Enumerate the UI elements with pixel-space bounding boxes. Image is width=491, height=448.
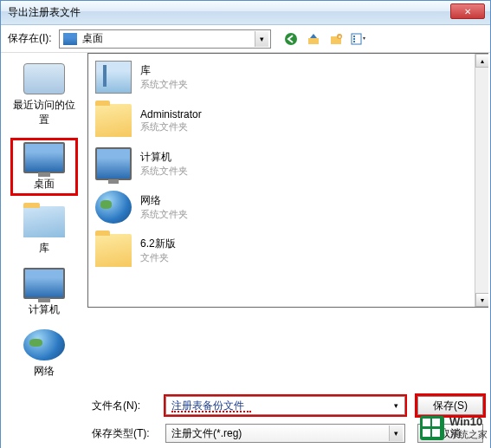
svg-rect-8 (353, 41, 355, 42)
network-icon (95, 191, 132, 224)
list-item[interactable]: 库系统文件夹 (88, 55, 488, 99)
watermark-line2: 系统之家 (449, 428, 488, 441)
titlebar: 导出注册表文件 ✕ (1, 1, 490, 25)
sidebar-item-network[interactable]: 网络 (10, 328, 78, 380)
save-in-combo[interactable]: 桌面 (59, 29, 271, 49)
views-icon[interactable] (351, 31, 366, 47)
list-item[interactable]: 计算机系统文件夹 (88, 142, 488, 185)
recent-places-icon (23, 63, 65, 94)
libraries-icon (23, 206, 65, 237)
sidebar-label-libraries: 库 (12, 241, 76, 256)
computer-icon (23, 268, 65, 299)
sidebar-label-computer: 计算机 (12, 302, 76, 317)
list-item[interactable]: Administrator系统文件夹 (88, 99, 488, 142)
up-level-icon[interactable] (306, 31, 321, 47)
back-icon[interactable] (283, 31, 299, 47)
vertical-scrollbar[interactable]: ▴ ▾ (475, 54, 488, 307)
save-in-toolbar: 保存在(I): 桌面 ★ (1, 25, 490, 53)
svg-rect-1 (308, 38, 319, 44)
computer-icon (95, 147, 132, 180)
sidebar-label-network: 网络 (12, 364, 76, 379)
sidebar-item-recent[interactable]: 最近访问的位置 (10, 62, 78, 129)
export-registry-dialog: 导出注册表文件 ✕ 保存在(I): 桌面 ★ 最近访问的位置 桌面 (0, 0, 491, 448)
sidebar-item-desktop[interactable]: 桌面 (10, 138, 78, 196)
network-icon (23, 329, 65, 360)
folder-icon (95, 234, 132, 267)
scroll-down-icon[interactable]: ▾ (475, 293, 488, 307)
watermark-line1: Win10 (449, 415, 488, 428)
sidebar-label-desktop: 桌面 (15, 177, 74, 192)
svg-rect-7 (353, 38, 355, 40)
places-sidebar: 最近访问的位置 桌面 库 计算机 网络 (1, 53, 87, 389)
sidebar-label-recent: 最近访问的位置 (12, 98, 76, 127)
window-title: 导出注册表文件 (8, 5, 81, 20)
svg-rect-6 (353, 36, 355, 37)
scroll-up-icon[interactable]: ▴ (475, 54, 488, 68)
windows-logo-icon (420, 416, 444, 440)
filetype-dropdown-arrow[interactable] (389, 425, 403, 441)
svg-point-0 (285, 33, 297, 45)
save-in-value: 桌面 (82, 31, 103, 46)
list-item[interactable]: 网络系统文件夹 (88, 185, 488, 229)
filetype-value: 注册文件(*.reg) (171, 426, 242, 441)
close-button[interactable]: ✕ (450, 3, 485, 19)
save-in-label: 保存在(I): (8, 31, 52, 46)
desktop-icon (63, 33, 77, 45)
new-folder-icon[interactable]: ★ (328, 31, 344, 47)
sidebar-item-computer[interactable]: 计算机 (10, 266, 78, 319)
filetype-label: 保存类型(T): (92, 426, 165, 441)
list-item[interactable]: 6.2新版文件夹 (88, 229, 488, 272)
watermark: Win10 系统之家 (420, 415, 488, 441)
filetype-combo[interactable]: 注册文件(*.reg) (165, 424, 405, 443)
file-list[interactable]: 库系统文件夹 Administrator系统文件夹 计算机系统文件夹 网络系统文… (87, 53, 488, 308)
desktop-icon (23, 142, 65, 173)
sidebar-item-libraries[interactable]: 库 (10, 205, 78, 257)
save-button[interactable]: 保存(S) (417, 396, 483, 415)
filename-input[interactable]: 注册表备份文件 (165, 396, 405, 415)
filename-label: 文件名(N): (92, 399, 165, 413)
filename-dropdown-arrow[interactable] (389, 398, 403, 413)
libraries-icon (95, 61, 132, 94)
svg-rect-5 (352, 34, 361, 44)
save-in-dropdown-arrow[interactable] (255, 31, 268, 47)
folder-icon (95, 104, 132, 137)
